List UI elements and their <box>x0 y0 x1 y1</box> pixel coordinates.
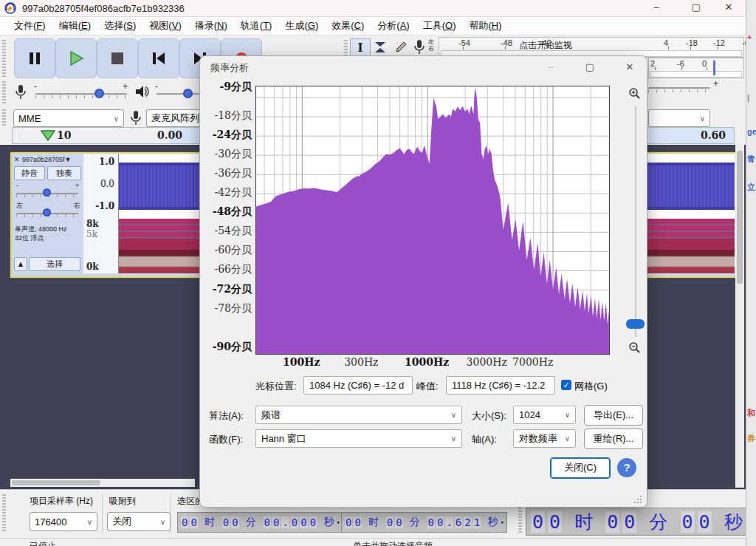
function-select[interactable]: Hann 窗口∨ <box>255 429 462 448</box>
playback-meter[interactable]: 2-60 <box>648 58 744 78</box>
menu-item-T[interactable]: 轨道(T) <box>234 17 279 35</box>
time-digit[interactable]: 0 <box>436 516 444 528</box>
monitor-hint[interactable]: 点击开始监视 <box>519 39 572 52</box>
time-digit[interactable] <box>563 511 574 533</box>
envelope-tool[interactable] <box>371 38 390 56</box>
menu-item-G[interactable]: 生成(G) <box>278 17 325 35</box>
solo-button[interactable]: 独奏 <box>47 166 81 180</box>
dialog-close-button[interactable]: 关闭(C) <box>550 457 611 479</box>
time-digit[interactable]: 分 <box>246 516 256 529</box>
menu-item-O[interactable]: 工具(O) <box>416 17 463 35</box>
time-digit[interactable]: 0 <box>548 511 562 533</box>
draw-tool[interactable] <box>391 38 410 56</box>
time-digit[interactable] <box>215 516 221 528</box>
time-digit[interactable]: 0 <box>354 516 361 528</box>
output-device-select[interactable]: ∨ <box>648 109 710 127</box>
menu-item-A[interactable]: 分析(A) <box>371 17 416 35</box>
record-meter-mic-icon[interactable] <box>413 39 425 55</box>
selection-end-time[interactable]: 00 时 00 分 00.621 秒▾ <box>341 512 507 533</box>
track-name[interactable]: 997a0b28705f▼ <box>22 156 71 163</box>
time-format-arrow-icon[interactable]: ▾ <box>501 519 504 526</box>
recording-meter[interactable]: 点击开始监视 -54-48-424-18-12-60 <box>439 37 744 58</box>
time-digit[interactable]: 0 <box>264 516 271 528</box>
time-digit[interactable] <box>379 516 385 528</box>
size-select[interactable]: 1024∨ <box>513 406 576 424</box>
time-digit[interactable]: 0 <box>272 516 280 528</box>
time-format-arrow-icon[interactable]: ▾ <box>337 519 340 526</box>
dialog-minimize-button[interactable]: – <box>535 58 567 76</box>
time-digit[interactable]: 0 <box>427 516 435 528</box>
time-digit[interactable]: 6 <box>455 516 462 528</box>
menu-item-E[interactable]: 编辑(E) <box>52 17 97 35</box>
project-rate-select[interactable]: 176400∨ <box>30 512 97 531</box>
time-digit[interactable] <box>362 516 368 528</box>
frequency-analysis-dialog[interactable]: 频率分析 – ▢ ✕ -9分贝-18分贝-24分贝-30分贝-36分贝-42分贝… <box>199 55 647 508</box>
grid-checkbox[interactable]: ✓ <box>561 380 571 390</box>
time-digit[interactable] <box>199 516 205 528</box>
time-digit[interactable] <box>256 516 262 528</box>
menu-item-H[interactable]: 帮助(H) <box>463 17 509 35</box>
dialog-title-bar[interactable]: 频率分析 – ▢ ✕ <box>200 56 647 78</box>
menu-item-V[interactable]: 视图(V) <box>142 17 188 35</box>
close-button[interactable]: ✕ <box>712 0 746 16</box>
zoom-out-icon[interactable] <box>628 341 641 354</box>
skip-to-start-button[interactable] <box>138 38 179 78</box>
dialog-resize-grip[interactable] <box>633 495 642 504</box>
stop-button[interactable] <box>97 38 138 78</box>
time-digit[interactable] <box>667 511 678 533</box>
time-digit[interactable]: 0 <box>681 511 695 533</box>
time-digit[interactable]: 0 <box>300 516 307 528</box>
input-device-select[interactable]: 麦克风阵列 (F <box>146 109 199 127</box>
toolbar-grip[interactable] <box>344 40 348 56</box>
export-button[interactable]: 导出(E)... <box>584 405 643 426</box>
time-digit[interactable]: 0 <box>181 516 188 528</box>
menu-item-C[interactable]: 效果(C) <box>325 17 371 35</box>
horizontal-scrollbar-thumb[interactable] <box>12 480 100 485</box>
help-button[interactable]: ? <box>617 458 636 477</box>
spectrum-plot[interactable] <box>255 86 610 355</box>
grid-checkbox-label[interactable]: 网格(G) <box>574 380 608 393</box>
gain-slider-thumb[interactable] <box>43 188 51 197</box>
pan-slider-thumb[interactable] <box>43 208 51 216</box>
time-digit[interactable]: 0 <box>309 516 317 528</box>
collapse-track-button[interactable]: ▲ <box>14 257 27 271</box>
toolbar-grip[interactable] <box>518 508 522 534</box>
time-digit[interactable]: . <box>445 516 453 528</box>
time-digit[interactable] <box>420 516 426 528</box>
time-digit[interactable]: 0 <box>531 511 545 533</box>
vertical-scrollbar[interactable] <box>735 145 744 488</box>
time-digit[interactable]: 分 <box>410 516 420 529</box>
algorithm-select[interactable]: 频谱∨ <box>255 406 462 424</box>
toolbar-grip[interactable] <box>2 40 6 78</box>
replot-button[interactable]: 重绘(R)... <box>584 429 643 449</box>
time-digit[interactable] <box>593 511 604 533</box>
time-digit[interactable]: . <box>281 516 289 528</box>
time-digit[interactable]: 0 <box>291 516 298 528</box>
selection-start-time[interactable]: 00 时 00 分 00.000 秒▾ <box>177 512 343 533</box>
time-digit[interactable]: 0 <box>222 516 230 528</box>
time-digit[interactable]: 1 <box>473 516 481 528</box>
mic-slider-track[interactable] <box>35 93 127 95</box>
time-digit[interactable] <box>638 511 649 533</box>
menu-item-F[interactable]: 文件(F) <box>7 17 52 35</box>
speaker-slider-thumb[interactable] <box>183 89 193 98</box>
time-digit[interactable]: 秒 <box>488 516 498 529</box>
time-digit[interactable]: 0 <box>605 511 619 533</box>
maximize-button[interactable]: ▢ <box>679 0 713 16</box>
slider-tail-track[interactable] <box>648 87 710 89</box>
horizontal-scrollbar[interactable] <box>10 479 195 487</box>
time-digit[interactable]: 2 <box>464 516 471 528</box>
spectrum-area[interactable] <box>256 87 609 354</box>
time-digit[interactable]: 0 <box>622 511 636 533</box>
time-digit[interactable]: 分 <box>649 510 667 534</box>
audio-position-time[interactable]: 00 时 00 分 00 秒▾ <box>526 508 754 536</box>
toolbar-grip[interactable] <box>2 494 6 533</box>
dialog-maximize-button[interactable]: ▢ <box>574 58 606 76</box>
time-digit[interactable]: 时 <box>368 516 379 529</box>
play-button[interactable] <box>55 38 97 78</box>
time-digit[interactable] <box>713 511 724 533</box>
time-digit[interactable]: 0 <box>190 516 197 528</box>
time-digit[interactable] <box>240 516 246 528</box>
mute-button[interactable]: 静音 <box>14 166 45 180</box>
time-digit[interactable] <box>481 516 487 528</box>
